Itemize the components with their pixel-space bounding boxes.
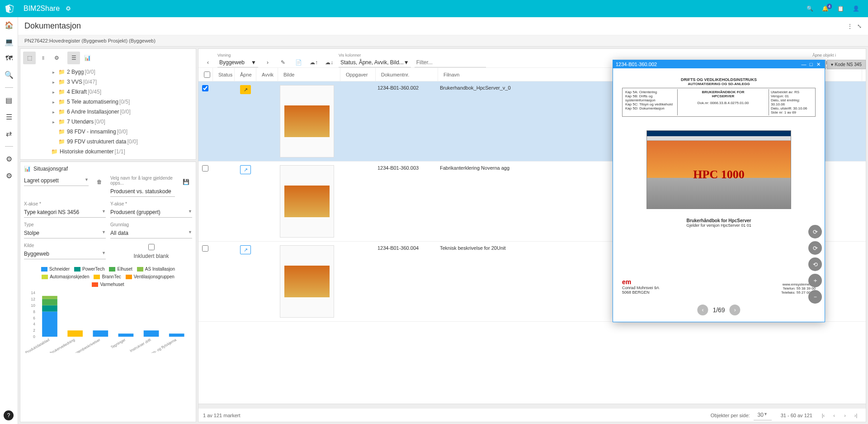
svg-text:14: 14 <box>31 291 36 295</box>
svg-rect-14 <box>42 296 57 299</box>
row-checkbox[interactable] <box>202 245 208 252</box>
row-checkbox[interactable] <box>202 85 208 91</box>
source-select[interactable]: Byggeweb▼ <box>24 249 106 259</box>
preview-prev-icon[interactable]: ‹ <box>697 305 708 315</box>
visning-select[interactable]: Byggeweb▼ <box>217 57 258 67</box>
tree-view-hier-icon[interactable]: ⬚ <box>23 52 36 64</box>
select-all-checkbox[interactable] <box>204 71 210 78</box>
page-title: Dokumentasjon <box>24 21 81 31</box>
zoom-in-icon[interactable]: ＋ <box>808 274 822 287</box>
more-icon[interactable]: ⋮ <box>847 23 853 29</box>
row-checkbox[interactable] <box>202 165 208 172</box>
yaxis-select[interactable]: Produsent (gruppert)▼ <box>110 207 192 218</box>
doc-header-table: Kap 5A: Orientering Kap 5B: Drifts og sy… <box>622 88 816 117</box>
page-next-icon[interactable]: › <box>840 413 850 418</box>
bar-chart: 02468101214ProduktdatabladManualer/bruke… <box>24 290 192 353</box>
filter-input[interactable] <box>415 57 486 67</box>
svg-rect-16 <box>67 330 83 337</box>
rail-settings2-icon[interactable]: ⚙ <box>6 172 12 180</box>
layout-name-input[interactable]: Produsent vs. statuskode <box>110 186 175 197</box>
thumbnail <box>280 165 334 238</box>
hpc-screenshot: HPC 1000 <box>646 130 791 209</box>
close-icon[interactable]: ✕ <box>815 62 822 67</box>
tab-ns345[interactable]: ▾Kode NS 345 <box>827 60 866 69</box>
tree-row[interactable]: 📁98 FDV - innsamling [0/0] <box>23 127 193 137</box>
tree-row[interactable]: ▸📁2 Bygg [0/0] <box>23 67 193 77</box>
svg-rect-13 <box>42 299 57 305</box>
notif-badge: 4 <box>827 4 832 9</box>
open-icon[interactable]: ↗ <box>240 245 251 254</box>
tree-row[interactable]: ▸📁5 Tele automatisering [0/5] <box>23 97 193 107</box>
new-doc-icon[interactable]: 📄 <box>292 59 304 67</box>
document-grid-panel: ‹ VisningByggeweb▼ › ✎ 📄 ☁↑ ☁↓ Vis kolon… <box>198 48 866 422</box>
h-scrollbar[interactable] <box>198 404 866 408</box>
star-icon[interactable]: ✪ <box>66 5 71 12</box>
tree-row-historic[interactable]: 📁Historiske dokumenter [1/1] <box>23 147 193 157</box>
tree-settings-icon[interactable]: ⚙ <box>50 52 63 64</box>
tree-list-icon[interactable]: ☰ <box>67 52 80 64</box>
rail-laptop-icon[interactable]: 💻 <box>5 38 14 46</box>
thumbnail <box>280 245 334 318</box>
open-icon[interactable]: ↗ <box>240 85 251 94</box>
tree-row[interactable]: ▸📁4 Elkraft [0/45] <box>23 87 193 97</box>
delete-icon[interactable]: 🗑 <box>93 176 106 188</box>
collapse-icon[interactable]: ⤡ <box>857 23 862 29</box>
saved-layout-select[interactable]: Lagret oppsett▼ <box>24 176 89 186</box>
tree-chart-icon[interactable]: 📊 <box>81 52 94 64</box>
xaxis-select[interactable]: Type kategori NS 3456▼ <box>24 207 106 218</box>
search-icon[interactable]: 🔍 <box>802 5 817 12</box>
cloud-up-icon[interactable]: ☁↑ <box>308 59 320 67</box>
rail-list-icon[interactable]: ☰ <box>6 113 12 121</box>
cloud-down-icon[interactable]: ☁↓ <box>323 59 335 67</box>
thumbnail <box>280 85 334 157</box>
tree-row[interactable]: 📁99 FDV ustrukturert data [0/0] <box>23 137 193 147</box>
columns-select[interactable]: Status, Åpne, Avvik, Bild...▼ <box>339 57 411 67</box>
perpage-select[interactable]: 30 ▼ <box>754 410 772 420</box>
save-icon[interactable]: 💾 <box>179 176 192 188</box>
svg-text:10: 10 <box>31 304 36 308</box>
edit-icon[interactable]: ✎ <box>277 59 289 67</box>
rail-map-icon[interactable]: 🗺 <box>5 54 13 62</box>
svg-rect-18 <box>93 330 108 337</box>
folder-tree: ▸📁2 Bygg [0/0] ▸📁3 VVS [0/47] ▸📁4 Elkraf… <box>23 67 193 157</box>
preview-next-icon[interactable]: › <box>730 305 741 315</box>
include-blank-checkbox[interactable] <box>148 244 155 250</box>
svg-text:0: 0 <box>33 335 35 339</box>
page-last-icon[interactable]: ›| <box>850 413 861 418</box>
nav-prev-icon[interactable]: ‹ <box>202 59 214 67</box>
page-first-icon[interactable]: |‹ <box>818 413 829 418</box>
svg-text:6: 6 <box>33 316 35 320</box>
page-prev-icon[interactable]: ‹ <box>829 413 840 418</box>
clipboard-icon[interactable]: 📋 <box>833 5 848 12</box>
em-logo: emConrad Mohrsvei 9A 5068 BERGEN <box>622 278 659 295</box>
maximize-icon[interactable]: □ <box>807 62 815 67</box>
svg-rect-11 <box>42 312 57 337</box>
nav-next-icon[interactable]: › <box>262 59 274 67</box>
bell-icon[interactable]: 🔔4 <box>817 5 833 12</box>
help-icon[interactable]: ? <box>4 410 14 420</box>
rail-search-icon[interactable]: 🔍 <box>5 71 14 79</box>
basis-select[interactable]: All data▼ <box>110 228 192 238</box>
rail-home-icon[interactable]: 🏠 <box>5 21 14 29</box>
minimize-icon[interactable]: — <box>800 62 807 67</box>
svg-text:Tegninger: Tegninger <box>110 338 127 349</box>
refresh-icon[interactable]: ⟳ <box>808 225 822 238</box>
tree-row[interactable]: ▸📁7 Utendørs [0/0] <box>23 117 193 127</box>
open-icon[interactable]: ↗ <box>240 165 251 174</box>
tree-view-bars-icon[interactable]: ⫴ <box>37 52 49 64</box>
doc-number: 1234-B01-360.003 <box>377 165 436 238</box>
zoom-out-icon[interactable]: － <box>808 290 822 304</box>
rail-view-icon[interactable]: ▤ <box>5 96 12 105</box>
account-icon[interactable]: 👤 <box>848 5 863 12</box>
tree-row[interactable]: ▸📁6 Andre Installasjoner [0/0] <box>23 107 193 117</box>
rotate-icon[interactable]: ⟲ <box>808 257 822 271</box>
svg-text:12: 12 <box>31 297 36 301</box>
rail-settings-icon[interactable]: ⚙ <box>6 155 12 163</box>
doc-number: 1234-B01-360.004 <box>377 245 436 318</box>
charttype-select[interactable]: Stolpe▼ <box>24 228 106 238</box>
tree-row[interactable]: ▸📁3 VVS [0/47] <box>23 77 193 87</box>
reload-icon[interactable]: ⟳ <box>808 241 822 255</box>
preview-title: 1234-B01-360.002 <box>616 62 657 67</box>
rail-sync-icon[interactable]: ⇄ <box>6 129 12 138</box>
selection-text: 1 av 121 markert <box>203 413 241 418</box>
